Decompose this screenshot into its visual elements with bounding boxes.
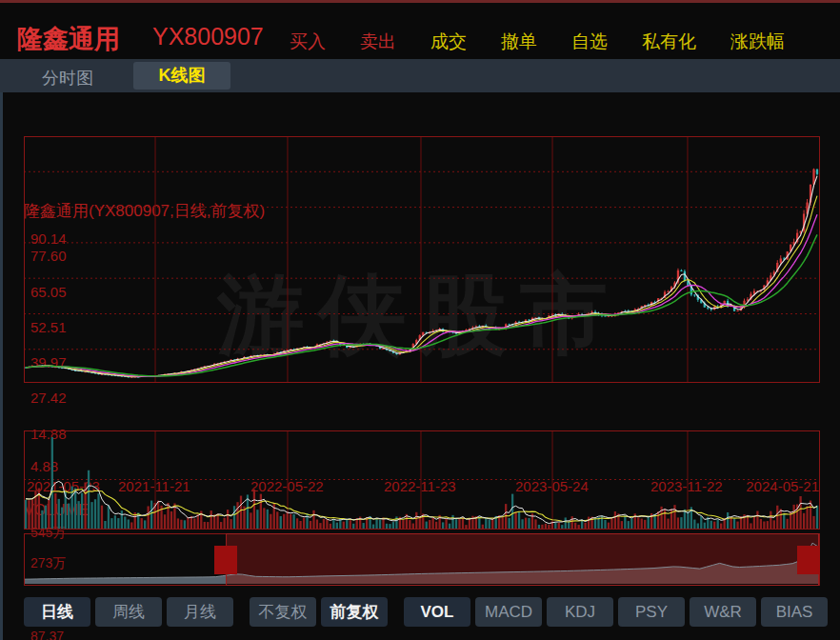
toolbar-button-W&R[interactable]: W&R: [690, 597, 756, 627]
axis-label: 4.88: [30, 458, 58, 474]
toolbar-button-MACD[interactable]: MACD: [475, 597, 542, 627]
x-axis-label: 2023-11-22: [650, 478, 723, 494]
top-bar: 隆鑫通用 YX800907 买入卖出成交撤单自选私有化涨跌幅: [0, 0, 840, 59]
stock-code: YX800907: [152, 23, 264, 50]
tab-kline-chart[interactable]: K线图: [133, 62, 230, 90]
x-axis-label: 2022-11-23: [384, 478, 456, 494]
navigator-right-handle[interactable]: [797, 546, 820, 574]
scale-label: 273万: [30, 555, 66, 572]
axis-label: 77.60: [30, 248, 67, 264]
toolbar-button-不复权[interactable]: 不复权: [250, 597, 316, 627]
scale-label: 87.37: [30, 629, 64, 640]
chart-region[interactable]: 隆鑫通用(YX800907,日线,前复权) VOLUME 90.1477.606…: [0, 92, 840, 640]
menu-item-6[interactable]: 涨跌幅: [730, 30, 785, 54]
x-axis-label: 2021-11-21: [118, 478, 190, 494]
axis-label: 2021-05-23: [27, 478, 100, 494]
x-axis-label: 2023-05-24: [515, 478, 589, 494]
menu-item-3[interactable]: 撤单: [501, 30, 537, 54]
axis-label: 39.97: [30, 354, 67, 370]
toolbar-button-日线[interactable]: 日线: [24, 597, 90, 627]
menu-item-4[interactable]: 自选: [571, 30, 608, 54]
axis-label: 65.05: [30, 284, 67, 300]
top-menu: 买入卖出成交撤单自选私有化涨跌幅: [290, 30, 785, 54]
x-axis-label: 2022-05-22: [250, 478, 324, 494]
kline-chart-title: 隆鑫通用(YX800907,日线,前复权): [24, 200, 265, 222]
toolbar-button-BIAS[interactable]: BIAS: [761, 597, 828, 627]
toolbar-button-KDJ[interactable]: KDJ: [547, 597, 613, 627]
axis-label: 90.14: [30, 230, 67, 247]
menu-item-1[interactable]: 卖出: [360, 30, 396, 54]
toolbar-button-周线[interactable]: 周线: [95, 597, 162, 627]
axis-label: 14.88: [30, 426, 67, 442]
axis-label: 27.42: [30, 390, 67, 406]
stock-name: 隆鑫通用: [17, 22, 120, 56]
scale-label: 545万: [30, 525, 66, 542]
toolbar-button-PSY[interactable]: PSY: [618, 597, 685, 627]
stock-app-window: 隆鑫通用 YX800907 买入卖出成交撤单自选私有化涨跌幅 分时图 K线图 隆…: [0, 0, 840, 640]
navigator-left-handle[interactable]: [214, 546, 237, 574]
toolbar-button-月线[interactable]: 月线: [167, 597, 233, 627]
menu-item-2[interactable]: 成交: [430, 30, 467, 54]
menu-item-5[interactable]: 私有化: [642, 30, 696, 54]
axis-label: 2024-05-21: [746, 478, 819, 494]
toolbar-button-前复权[interactable]: 前复权: [321, 597, 388, 627]
tab-time-chart[interactable]: 分时图: [42, 67, 93, 90]
bottom-toolbar: 日线周线月线不复权前复权VOLMACDKDJPSYW&RBIAS: [24, 597, 832, 627]
chart-tab-bar: 分时图 K线图: [0, 59, 840, 92]
volume-title: VOLUME: [24, 502, 89, 519]
axis-label: 52.51: [30, 319, 67, 335]
toolbar-button-VOL[interactable]: VOL: [404, 597, 470, 627]
menu-item-0[interactable]: 买入: [290, 30, 326, 54]
